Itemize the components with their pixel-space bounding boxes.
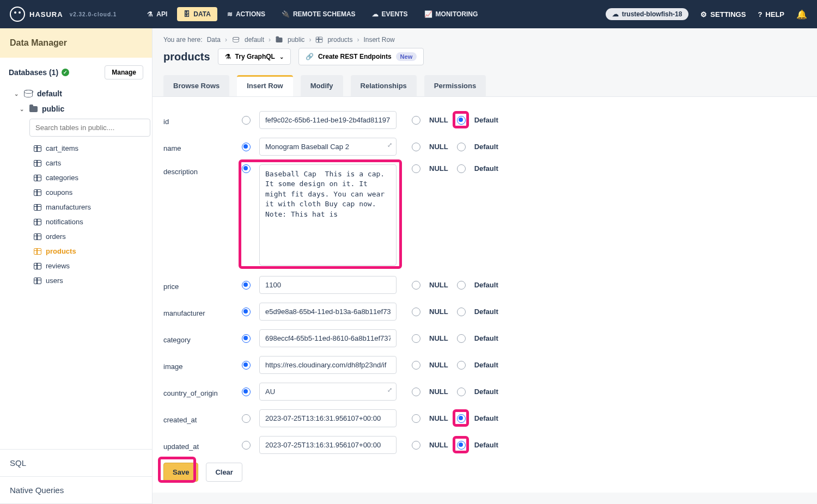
category-default-radio[interactable] — [457, 334, 466, 343]
tab-insert-row[interactable]: Insert Row — [237, 75, 292, 96]
updated_at-default-radio[interactable] — [457, 441, 466, 450]
updated_at-input[interactable] — [259, 436, 397, 454]
manage-button[interactable]: Manage — [105, 65, 143, 79]
tab-relationships[interactable]: Relationships — [351, 75, 417, 96]
category-null-radio[interactable] — [412, 334, 420, 343]
tab-browse-rows[interactable]: Browse Rows — [163, 75, 229, 96]
field-row-image: imageNULLDefault — [163, 356, 806, 374]
table-item-products[interactable]: products — [34, 244, 148, 259]
category-input[interactable] — [259, 329, 397, 347]
try-graphql-button[interactable]: ⚗ Try GraphQL ⌄ — [218, 48, 291, 65]
price-input[interactable] — [259, 276, 397, 294]
nav-label: REMOTE SCHEMAS — [293, 10, 356, 18]
nav-api[interactable]: ⚗API — [141, 7, 174, 21]
name-value-radio[interactable] — [242, 143, 251, 151]
breadcrumb-item[interactable]: Data — [207, 36, 221, 44]
manufacturer-null-radio[interactable] — [412, 308, 420, 316]
price-null-radio[interactable] — [412, 281, 420, 290]
breadcrumb-item[interactable]: public — [288, 36, 304, 44]
created_at-null-radio[interactable] — [412, 414, 420, 423]
bell-icon[interactable]: 🔔 — [796, 9, 807, 20]
country_of_origin-default-radio[interactable] — [457, 388, 466, 396]
tab-modify[interactable]: Modify — [301, 75, 343, 96]
name-default-radio[interactable] — [457, 143, 466, 151]
description-value-radio[interactable] — [242, 164, 251, 173]
schema-node[interactable]: ⌄ public — [11, 101, 148, 116]
chevron-right-icon: › — [309, 36, 311, 44]
try-graphql-label: Try GraphQL — [235, 53, 275, 60]
nav-events[interactable]: ☁EVENTS — [365, 7, 414, 21]
image-null-radio[interactable] — [412, 361, 420, 370]
null-label: NULL — [429, 281, 448, 289]
image-default-radio[interactable] — [457, 361, 466, 370]
table-item-carts[interactable]: carts — [34, 156, 148, 170]
field-label: category — [163, 333, 233, 344]
database-node[interactable]: ⌄ default — [11, 86, 148, 101]
country_of_origin-input[interactable] — [259, 383, 397, 401]
table-icon — [34, 219, 41, 225]
breadcrumb-item[interactable]: default — [245, 36, 264, 44]
country_of_origin-value-radio[interactable] — [242, 388, 251, 396]
id-default-radio[interactable] — [457, 116, 466, 125]
settings-link[interactable]: ⚙ SETTINGS — [700, 10, 746, 19]
updated_at-null-radio[interactable] — [412, 441, 420, 450]
create-rest-button[interactable]: 🔗 Create REST Endpoints New — [298, 48, 424, 65]
nav-label: EVENTS — [382, 10, 408, 18]
nav-remote-schemas[interactable]: 🔌REMOTE SCHEMAS — [275, 7, 362, 21]
default-label: Default — [474, 116, 498, 124]
tab-permissions[interactable]: Permissions — [424, 75, 486, 96]
expand-icon[interactable]: ⤢ — [387, 386, 392, 394]
manufacturer-default-radio[interactable] — [457, 308, 466, 316]
table-item-categories[interactable]: categories — [34, 170, 148, 185]
description-null-radio[interactable] — [412, 164, 420, 173]
chevron-down-icon: ⌄ — [279, 54, 284, 60]
name-input[interactable] — [259, 138, 397, 156]
table-item-users[interactable]: users — [34, 273, 148, 288]
country_of_origin-null-radio[interactable] — [412, 388, 420, 396]
price-default-radio[interactable] — [457, 281, 466, 290]
breadcrumb-item[interactable]: products — [327, 36, 352, 44]
save-button[interactable]: Save — [163, 463, 198, 482]
name-null-radio[interactable] — [412, 143, 420, 151]
image-input[interactable] — [259, 356, 397, 374]
sql-link[interactable]: SQL — [0, 450, 152, 477]
nav-data[interactable]: 🗄DATA — [177, 7, 217, 21]
clear-button[interactable]: Clear — [206, 463, 242, 482]
updated_at-value-radio[interactable] — [242, 441, 251, 450]
field-row-created_at: created_atNULLDefault — [163, 409, 806, 427]
image-value-radio[interactable] — [242, 361, 251, 370]
created_at-value-radio[interactable] — [242, 414, 251, 423]
table-item-coupons[interactable]: coupons — [34, 185, 148, 200]
project-pill[interactable]: ☁ trusted-blowfish-18 — [606, 8, 689, 20]
table-item-notifications[interactable]: notifications — [34, 214, 148, 229]
description-default-radio[interactable] — [457, 164, 466, 173]
category-value-radio[interactable] — [242, 334, 251, 343]
expand-icon[interactable]: ⤢ — [387, 142, 392, 149]
field-row-price: priceNULLDefault — [163, 276, 806, 294]
created_at-default-radio[interactable] — [457, 414, 466, 423]
id-input[interactable] — [259, 111, 397, 129]
table-icon — [34, 160, 41, 167]
id-value-radio[interactable] — [242, 116, 251, 125]
flask-icon: ⚗ — [225, 53, 231, 60]
table-item-cart_items[interactable]: cart_items — [34, 141, 148, 156]
default-label: Default — [474, 414, 498, 422]
id-null-radio[interactable] — [412, 116, 420, 125]
manufacturer-value-radio[interactable] — [242, 308, 251, 316]
table-item-manufacturers[interactable]: manufacturers — [34, 200, 148, 214]
nav-actions[interactable]: ≋ACTIONS — [221, 7, 272, 21]
native-queries-link[interactable]: Native Queries — [0, 477, 152, 504]
description-input[interactable]: Baseball Cap This is a cap. It some desi… — [259, 164, 397, 266]
help-link[interactable]: ? HELP — [758, 10, 784, 19]
search-tables-input[interactable] — [29, 119, 150, 137]
created_at-input[interactable] — [259, 409, 397, 427]
field-row-id: idNULLDefault — [163, 111, 806, 129]
bolt-icon: ≋ — [227, 10, 233, 18]
table-item-orders[interactable]: orders — [34, 229, 148, 244]
nav-monitoring[interactable]: 📈MONITORING — [418, 7, 485, 21]
table-icon — [34, 248, 41, 255]
table-item-reviews[interactable]: reviews — [34, 259, 148, 273]
manufacturer-input[interactable] — [259, 303, 397, 321]
chart-icon: 📈 — [424, 10, 432, 18]
price-value-radio[interactable] — [242, 281, 251, 290]
